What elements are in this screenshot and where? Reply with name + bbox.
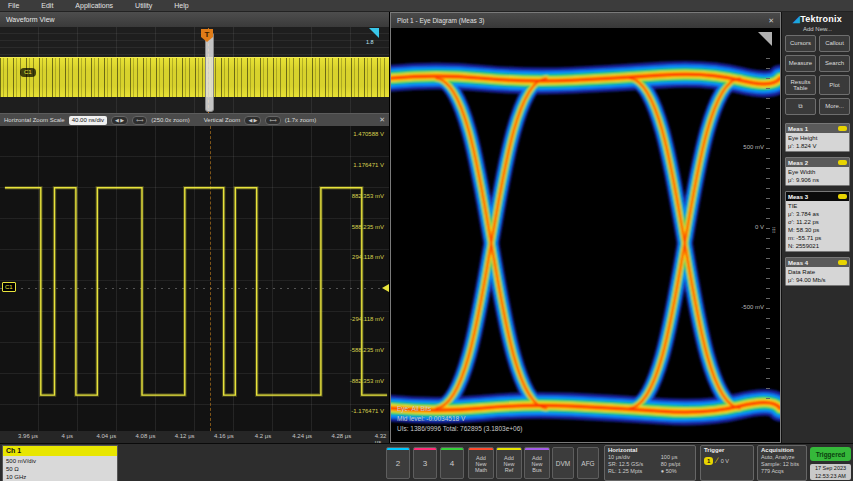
- add-button-color-stripe: [525, 448, 549, 450]
- channel-button-label: 2: [387, 459, 409, 468]
- zoom-window-handle[interactable]: [205, 32, 214, 112]
- x-tick-label-3: 4.08 μs: [136, 433, 156, 439]
- horizontal-zoom-label: Horizontal Zoom Scale: [4, 117, 65, 123]
- horizontal-title: Horizontal: [608, 447, 692, 454]
- add-button-color-stripe: [469, 448, 493, 450]
- eye-vertical-axis-ticks: [766, 58, 770, 408]
- add-button-label: Add New Ref: [497, 455, 521, 473]
- menu-edit[interactable]: Edit: [41, 2, 53, 9]
- meas-panel-3[interactable]: Meas 3TIEμ': 3.784 asσ': 11.22 psM: 58.3…: [785, 191, 850, 252]
- add-new-ref-button[interactable]: Add New Ref: [496, 447, 522, 479]
- measure-button[interactable]: Measure: [785, 55, 816, 72]
- ch1-scale: 500 mV/div: [6, 457, 114, 465]
- meas-line: Eye Width: [788, 168, 847, 176]
- ground-reference-arrow-icon[interactable]: [382, 284, 389, 292]
- horizontal-zoom-scale-value[interactable]: 40.00 ns/div: [69, 116, 107, 125]
- eye-plot-area[interactable]: 500 mV0 V-500 mV ⣿ Eye: All Bits Mid lev…: [391, 28, 780, 442]
- channel-button-label: 3: [414, 459, 436, 468]
- horizontal-info-cell: RL: 1.25 Mpts: [608, 468, 655, 475]
- meas-source-badge: [838, 160, 847, 165]
- meas-title: Meas 4: [788, 260, 808, 266]
- channel-1-tag[interactable]: C1: [2, 282, 16, 292]
- meas-panel-2[interactable]: Meas 2Eye Widthμ': 9.906 ns: [785, 157, 850, 186]
- meas-line: μ': 3.784 as: [788, 210, 847, 218]
- channel-1-badge[interactable]: Ch 1 500 mV/div 50 Ω 10 GHz: [2, 445, 118, 481]
- meas-panel-1[interactable]: Meas 1Eye Heightμ': 1.824 V: [785, 123, 850, 152]
- eye-plot-close-icon[interactable]: ✕: [768, 17, 774, 25]
- meas-line: Eye Height: [788, 134, 847, 142]
- menu-help[interactable]: Help: [174, 2, 188, 9]
- x-tick-label-8: 4.28 μs: [331, 433, 351, 439]
- zoom-bar-close-icon[interactable]: ✕: [379, 116, 385, 124]
- eye-axis-grip-icon[interactable]: ⣿: [772, 226, 776, 233]
- meas-line: M: 58.30 ps: [788, 226, 847, 234]
- menu-file[interactable]: File: [8, 2, 19, 9]
- v-zoom-drag-handle[interactable]: ⟺: [265, 116, 280, 125]
- channel-color-stripe: [441, 448, 463, 450]
- trigger-status-button[interactable]: Triggered: [810, 447, 851, 461]
- add-new-math-button[interactable]: Add New Math: [468, 447, 494, 479]
- h-zoom-drag-handle[interactable]: ⟺: [132, 116, 147, 125]
- horizontal-info-cell: SR: 12.5 GS/s: [608, 461, 655, 468]
- y-tick-label-1: 1.176471 V: [353, 162, 384, 168]
- channel-button-label: 4: [441, 459, 463, 468]
- meas-line: μ': 94.00 Mb/s: [788, 276, 847, 284]
- acquisition-panel[interactable]: Acquisition Auto, Analyze Sample: 12 bit…: [757, 445, 807, 481]
- more-button[interactable]: More...: [819, 98, 850, 115]
- channel-2-button[interactable]: 2: [386, 447, 410, 479]
- zoomed-waveform-plot[interactable]: 1.470588 V1.176471 V882.353 mV588.235 mV…: [0, 126, 389, 431]
- trigger-panel[interactable]: Trigger 1 ∕ 0 V: [700, 445, 754, 481]
- ch1-bandwidth: 10 GHz: [6, 473, 114, 481]
- channel-4-button[interactable]: 4: [440, 447, 464, 479]
- horizontal-panel[interactable]: Horizontal 10 μs/div100 μsSR: 12.5 GS/s8…: [604, 445, 696, 481]
- right-sidebar: ◢Tektronix Add New... Cursors Callout Me…: [781, 12, 853, 443]
- v-zoom-stepper[interactable]: ◀ ▶: [244, 116, 261, 125]
- results-table-button[interactable]: Results Table: [785, 75, 816, 95]
- eye-footer-line: Eye: All Bits: [397, 404, 522, 414]
- add-new-label: Add New...: [782, 26, 853, 32]
- waveform-view-title: Waveform View: [6, 16, 55, 23]
- vertical-zoom-label: Vertical Zoom: [204, 117, 241, 123]
- datetime-display: 17 Sep 2023 12:53:23 AM: [810, 464, 851, 480]
- eye-diagram-heatmap: [391, 28, 780, 442]
- date-value: 17 Sep 2023: [810, 464, 851, 472]
- dvm-button[interactable]: DVM: [552, 447, 574, 479]
- acquisition-count: 779 Acqs: [761, 468, 803, 475]
- meas-panel-4[interactable]: Meas 4Data Rateμ': 94.00 Mb/s: [785, 257, 850, 286]
- zoom-controls-bar: Horizontal Zoom Scale 40.00 ns/div ◀ ▶ ⟺…: [0, 113, 389, 126]
- afg-button[interactable]: AFG: [577, 447, 599, 479]
- sidebar-button-grid: Cursors Callout Measure Search Results T…: [782, 35, 853, 115]
- plot-button[interactable]: Plot: [819, 75, 850, 95]
- meas-title: Meas 1: [788, 126, 808, 132]
- x-tick-label-2: 4.04 μs: [96, 433, 116, 439]
- callout-button[interactable]: Callout: [819, 35, 850, 52]
- h-zoom-factor: (250.0x zoom): [151, 117, 189, 123]
- v-zoom-factor: (1.7x zoom): [285, 117, 317, 123]
- horizontal-info-cell: 80 ps/pt: [661, 461, 692, 468]
- y-tick-label-0: 1.470588 V: [353, 131, 384, 137]
- eye-y-label-1: 0 V: [755, 224, 764, 230]
- channel-color-stripe: [414, 448, 436, 450]
- eye-footer-line: Mid level: -0.0034518 V: [397, 414, 522, 424]
- screenshot-button[interactable]: ⧉: [785, 98, 816, 115]
- channel-3-button[interactable]: 3: [413, 447, 437, 479]
- eye-diagram-window: Plot 1 - Eye Diagram (Meas 3) ✕ 500 mV0 …: [390, 12, 781, 443]
- tektronix-logo: ◢Tektronix: [782, 12, 853, 24]
- search-button[interactable]: Search: [819, 55, 850, 72]
- eye-plot-titlebar[interactable]: Plot 1 - Eye Diagram (Meas 3) ✕: [391, 13, 780, 29]
- channel-1-name: Ch 1: [3, 446, 117, 456]
- meas-source-badge: [838, 194, 847, 199]
- eye-y-label-0: 500 mV: [743, 144, 764, 150]
- horizontal-info-cell: ● 50%: [661, 468, 692, 475]
- meas-line: TIE: [788, 202, 847, 210]
- cursors-button[interactable]: Cursors: [785, 35, 816, 52]
- add-button-label: Add New Math: [469, 455, 493, 473]
- y-tick-label-8: -1.176471 V: [351, 408, 384, 414]
- overview-time-axis: [0, 97, 389, 113]
- menu-applications[interactable]: Applications: [75, 2, 113, 9]
- h-zoom-stepper[interactable]: ◀ ▶: [111, 116, 128, 125]
- menu-utility[interactable]: Utility: [135, 2, 152, 9]
- add-new-bus-button[interactable]: Add New Bus: [524, 447, 550, 479]
- meas-line: N: 2559021: [788, 242, 847, 250]
- waveform-glow: [5, 188, 387, 395]
